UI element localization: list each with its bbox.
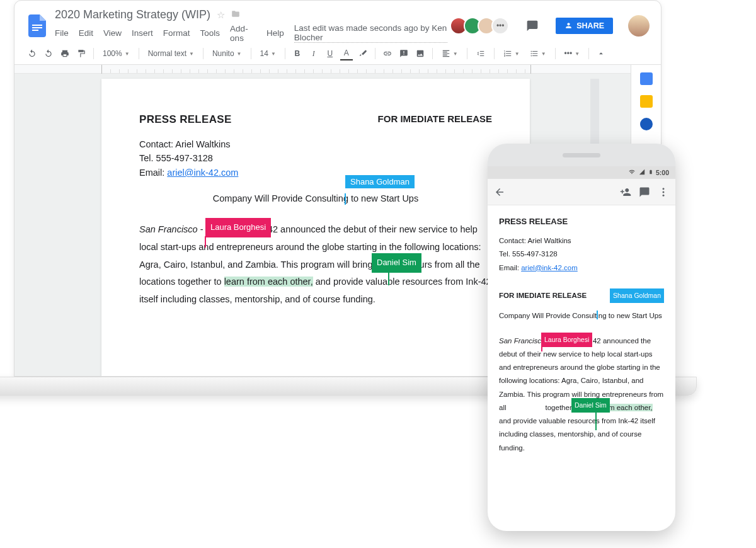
add-person-icon[interactable] — [620, 186, 631, 198]
ruler[interactable] — [14, 65, 631, 74]
bold-button[interactable]: B — [291, 47, 304, 60]
phone-device: 5:00 PRESS RELEASE Contact: Ariel Waltki… — [488, 144, 675, 531]
phone-heading: PRESS RELEASE — [499, 214, 664, 229]
avatar-more[interactable]: ••• — [491, 17, 509, 35]
link-icon[interactable] — [381, 47, 394, 60]
menu-view[interactable]: View — [103, 28, 122, 38]
font-select[interactable]: Nunito▼ — [209, 49, 245, 58]
phone-email-link[interactable]: ariel@ink-42.com — [521, 264, 578, 271]
phone-document[interactable]: PRESS RELEASE Contact: Ariel Waltkins Te… — [488, 205, 675, 531]
phone-body-c: and provide valuable resources from Ink-… — [499, 417, 655, 452]
account-avatar[interactable] — [628, 15, 650, 37]
overflow-icon[interactable] — [658, 186, 669, 198]
menu-help[interactable]: Help — [266, 28, 284, 38]
star-icon[interactable]: ☆ — [217, 9, 225, 21]
phone-app-bar — [488, 179, 675, 205]
heading-release-type: FOR IMEDIATE RELEASE — [378, 113, 492, 126]
print-icon[interactable] — [59, 47, 71, 60]
body-highlight: learn from each other, — [224, 277, 313, 287]
docs-logo-icon — [26, 14, 49, 37]
phone-tag-laura: Laura Borghesi — [541, 333, 592, 347]
format-toolbar: 100%▼ Normal text▼ Nunito▼ 14▼ B I U A ▼… — [14, 43, 661, 65]
body-location: San Francisco — [139, 224, 198, 234]
collaborator-avatars: ••• — [454, 17, 509, 35]
collaborator-cursor-shana — [345, 193, 346, 205]
svg-rect-2 — [32, 30, 38, 31]
phone-subtitle-a: Company Will Provide Consulting — [499, 312, 607, 319]
calendar-icon[interactable] — [640, 72, 653, 85]
phone-tag-daniel: Daniel Sim — [571, 398, 610, 413]
svg-point-4 — [663, 191, 665, 193]
battery-icon — [648, 168, 653, 177]
keep-icon[interactable] — [640, 95, 653, 108]
bullet-list-icon[interactable]: ▼ — [527, 49, 549, 58]
move-icon[interactable] — [231, 9, 240, 20]
phone-time: 5:00 — [656, 169, 669, 176]
chevron-up-icon[interactable] — [595, 47, 607, 60]
phone-subtitle-b: to new Start Ups — [607, 312, 662, 319]
underline-button[interactable]: U — [324, 47, 336, 60]
font-size-select[interactable]: 14▼ — [257, 49, 279, 58]
phone-comment-icon[interactable] — [639, 186, 650, 198]
undo-icon[interactable] — [26, 47, 38, 60]
phone-status-bar: 5:00 — [488, 166, 675, 179]
share-button[interactable]: SHARE — [556, 18, 613, 34]
line-spacing-icon[interactable] — [473, 49, 488, 58]
phone-speaker-area — [488, 144, 675, 166]
numbered-list-icon[interactable]: ▼ — [500, 49, 523, 58]
text-color-button[interactable]: A — [340, 47, 353, 60]
menu-tools[interactable]: Tools — [200, 28, 220, 38]
header: 2020 Marketing Strategy (WIP) ☆ File Edi… — [14, 1, 661, 43]
svg-point-5 — [663, 194, 665, 196]
align-select[interactable]: ▼ — [438, 49, 461, 58]
paint-format-icon[interactable] — [75, 47, 88, 60]
document-page[interactable]: PRESS RELEASE FOR IMEDIATE RELEASE Conta… — [101, 79, 530, 377]
signal-icon — [638, 169, 646, 176]
subtitle-part-b: to new Start Ups — [348, 193, 418, 203]
last-edit-status[interactable]: Last edit was made seconds ago by Ken Bl… — [294, 23, 447, 43]
phone-body-location: San Francisco — [499, 337, 546, 345]
paragraph-style-select[interactable]: Normal text▼ — [145, 49, 197, 58]
menu-bar: File Edit View Insert Format Tools Add-o… — [55, 23, 447, 43]
collaborator-cursor-daniel — [388, 271, 389, 285]
comment-icon[interactable] — [398, 47, 410, 60]
back-icon[interactable] — [494, 186, 505, 198]
phone-contact-tel: Tel. 555-497-3128 — [499, 248, 664, 261]
svg-rect-0 — [32, 25, 42, 26]
menu-insert[interactable]: Insert — [132, 28, 153, 38]
wifi-icon — [628, 169, 636, 176]
phone-cursor-shana — [597, 311, 598, 319]
subtitle-part-a: Company Will Provide Consulting — [213, 193, 348, 203]
more-icon[interactable]: •••▼ — [561, 49, 583, 58]
highlight-icon[interactable] — [357, 47, 369, 60]
redo-icon[interactable] — [42, 47, 55, 60]
collaborator-tag-laura: Laura Borghesi — [205, 218, 271, 237]
phone-contact-name: Contact: Ariel Waltkins — [499, 234, 664, 248]
image-icon[interactable] — [414, 47, 427, 60]
comments-icon[interactable] — [523, 16, 542, 35]
contact-tel: Tel. 555-497-3128 — [139, 151, 492, 165]
phone-release-type: FOR IMEDIATE RELEASE — [499, 289, 587, 302]
email-label: Email: — [139, 168, 167, 178]
title-area: 2020 Marketing Strategy (WIP) ☆ File Edi… — [55, 8, 447, 43]
menu-edit[interactable]: Edit — [79, 28, 93, 38]
phone-cursor-daniel — [595, 408, 597, 430]
collaborator-tag-shana: Shana Goldman — [345, 175, 415, 188]
heading-press-release: PRESS RELEASE — [139, 113, 232, 126]
menu-format[interactable]: Format — [163, 28, 190, 38]
contact-email-link[interactable]: ariel@ink-42.com — [167, 168, 238, 178]
contact-name: Contact: Ariel Waltkins — [139, 137, 492, 151]
tasks-icon[interactable] — [640, 118, 653, 130]
document-title[interactable]: 2020 Marketing Strategy (WIP) — [55, 8, 210, 21]
collaborator-tag-daniel: Daniel Sim — [372, 253, 421, 273]
share-label: SHARE — [576, 21, 604, 30]
menu-file[interactable]: File — [55, 28, 69, 38]
menu-addons[interactable]: Add-ons — [230, 24, 256, 43]
svg-point-3 — [663, 188, 665, 190]
phone-cursor-laura — [541, 343, 542, 351]
zoom-select[interactable]: 100%▼ — [100, 49, 133, 58]
svg-rect-1 — [32, 27, 42, 28]
collaborator-cursor-laura — [205, 236, 206, 248]
italic-button[interactable]: I — [307, 47, 320, 60]
phone-tag-shana: Shana Goldman — [610, 288, 664, 303]
